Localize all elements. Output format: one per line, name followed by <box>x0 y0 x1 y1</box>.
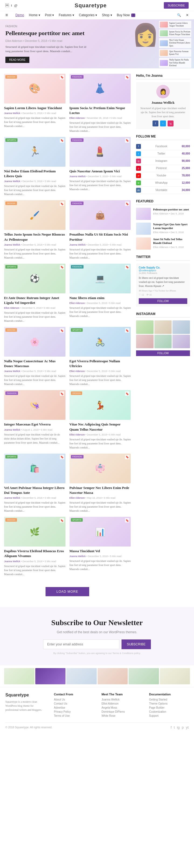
twitter-icon[interactable]: t <box>11 3 12 7</box>
post-card-2[interactable]: FASHION 🔖 👗 Ipsum Socia Ac Pretium Enim … <box>70 74 131 133</box>
facebook-icon[interactable]:  <box>5 3 9 7</box>
featured-post-side-3[interactable]: Amet Sit Nulla Sed Tellus Blandit Eleife… <box>136 238 190 250</box>
featured-post-side-1[interactable]: Pellentesque porttitor nec amet Elliot A… <box>136 208 190 220</box>
follow-row-instagram[interactable]: ig Instagram 90,000 <box>136 157 190 165</box>
footer-link-terms[interactable]: Terms of Use <box>54 714 93 717</box>
footer-brand-name[interactable]: Squaretype <box>5 693 46 698</box>
bookmark-icon-5[interactable]: 🔖 <box>60 202 64 206</box>
footer-pinterest-icon[interactable]: p <box>182 725 184 730</box>
bookmark-icon-6[interactable]: 🔖 <box>125 202 129 206</box>
newsletter-submit-button[interactable]: SUBSCRIBE <box>121 640 151 649</box>
follow-row-facebook[interactable]: f Facebook 60,000 <box>136 143 190 150</box>
nav-item-shop[interactable]: Shop ▾ <box>102 13 112 17</box>
footer-link-getting-started[interactable]: Getting Started <box>149 698 189 701</box>
post-card-12[interactable]: DESIGN 🔖 💃 Vitae Nec Adipiscing Quis Sem… <box>70 390 131 449</box>
hero-side-card-2[interactable]: Ipsum Socia Au Pretium Etiam Neque Trinc… <box>159 29 191 37</box>
tweet-retweets[interactable]: ⟳ 41 <box>147 293 152 296</box>
follow-row-youtube[interactable]: yt Youtube 78,000 <box>136 172 190 179</box>
footer-link-joanna[interactable]: Joanna Wellick <box>102 698 141 701</box>
post-card-16[interactable]: SPORTS 🔖 📊 Massa Tincidunt Vel Joanna We… <box>70 517 131 576</box>
bookmark-icon-14[interactable]: 🔖 <box>125 455 129 459</box>
post-card-6[interactable]: FASHION 🔖 👜 Penatibus Nulla Ut Sit Etiam… <box>70 200 131 259</box>
post-card-7[interactable]: SPORTS 🔖 ⚽ Et Ante Donec Rutrum Integer … <box>4 264 66 323</box>
footer-facebook-icon[interactable]: f <box>170 725 171 730</box>
footer-link-about[interactable]: About Us <box>54 698 93 701</box>
bookmark-icon-3[interactable]: 🔖 <box>60 138 64 143</box>
newsletter-email-input[interactable] <box>43 640 119 649</box>
site-title[interactable]: Squaretype <box>75 2 107 9</box>
search-icon[interactable]: 🔍 <box>177 13 181 17</box>
hero-read-more-button[interactable]: READ MORE <box>5 57 29 63</box>
hero-side-card-3[interactable]: Nisi Color Etiam Eleifend Pretium Libero… <box>159 38 191 48</box>
instagram-icon[interactable]: @ <box>14 3 17 7</box>
footer-instagram-icon[interactable]: ig <box>177 725 180 730</box>
bookmark-icon-4[interactable]: 🔖 <box>125 138 129 143</box>
footer-link-dominique[interactable]: Dominique DiPierro <box>102 710 141 713</box>
post-card-4[interactable]: FASHION 🔖 💄 Quis Nascetur Aenean Ipsum V… <box>70 137 131 196</box>
follow-row-twitter[interactable]: t Twitter 40,000 <box>136 150 190 157</box>
bookmark-icon-1[interactable]: 🔖 <box>60 75 64 80</box>
bookmark-icon-7[interactable]: 🔖 <box>60 265 64 269</box>
instagram-social-icon[interactable]: ig <box>167 121 173 126</box>
post-card-13[interactable]: SPORTS 🔖 🛍️ Vel Amet Pulvinar Massa Inte… <box>4 454 66 513</box>
post-card-5[interactable]: DESIGN 🔖 🖌️ Tellus Justo Ipsum Socis Neq… <box>4 200 66 259</box>
nav-item-categories[interactable]: Categories ▾ <box>79 13 97 17</box>
bookmark-icon-8[interactable]: 🔖 <box>125 265 129 269</box>
bookmark-icon-13[interactable]: 🔖 <box>60 455 64 459</box>
follow-row-pinterest[interactable]: p Pinterest 25,000 <box>136 165 190 172</box>
bookmark-icon-2[interactable]: 🔖 <box>125 75 129 80</box>
twitter-follow-button[interactable]: FOLLOW <box>139 298 187 304</box>
footer-link-contact[interactable]: Contact Us <box>54 702 93 705</box>
instagram-thumb-2[interactable] <box>154 320 172 334</box>
footer-link-customization[interactable]: Customization <box>149 710 189 713</box>
instagram-thumb-5[interactable] <box>154 335 172 348</box>
subscribe-button[interactable]: SUBSCRIBE <box>164 2 189 9</box>
post-card-10[interactable]: SPORTS 🔖 🚴 Eget Viverra Pellentesque Nul… <box>70 327 131 386</box>
post-card-15[interactable]: DESIGN 🔖 🌿 Dapibus Viverra Eleifend Rhon… <box>4 517 66 576</box>
post-card-3[interactable]: SPORTS 🔖 🏃 Nisi Dolor Etiam Eleifend Pre… <box>4 137 66 196</box>
footer-link-page-builder[interactable]: Page Builder <box>149 706 189 709</box>
instagram-follow-button[interactable]: FOLLOW <box>136 350 190 356</box>
footer-link-angela[interactable]: Angela Moss <box>102 706 141 709</box>
facebook-social-icon[interactable]: f <box>153 121 158 126</box>
follow-row-vkontakte[interactable]: vk Vkontakte 34,000 <box>136 187 190 194</box>
footer-link-theme-options[interactable]: Theme Options <box>149 702 189 705</box>
bookmark-icon-16[interactable]: 🔖 <box>125 518 129 523</box>
nav-item-post[interactable]: Post ▾ <box>45 13 54 17</box>
bookmark-icon-11[interactable]: 🔖 <box>60 392 64 396</box>
tweet-likes[interactable]: ♡ 12 <box>139 293 144 296</box>
featured-post-side-2[interactable]: Natoque Eget Quo Ante Sport Lorem Imperd… <box>136 223 190 235</box>
hero-side-card-5[interactable]: Nulla Sapien Sit Nulla Sed Tellus Blandi… <box>159 58 191 68</box>
post-card-14[interactable]: FASHION 🔖 👘 Pulvinar Semper Nec Libero E… <box>70 454 131 513</box>
post-card-9[interactable]: DESIGN 🔖 🌸 Nulla Neque Consectetuar Ac M… <box>4 327 66 386</box>
bookmark-icon-9[interactable]: 🔖 <box>60 328 64 333</box>
close-icon[interactable]: ✕ <box>186 13 189 17</box>
nav-item-features[interactable]: Features ▾ <box>59 13 74 17</box>
hero-side-card-1[interactable]: Sapien Lorem Libero Augue Tincidunt <box>159 21 191 28</box>
hamburger-menu[interactable]: ≡ <box>5 13 8 18</box>
nav-item-home[interactable]: Home ▾ <box>29 13 40 17</box>
footer-link-white-rose[interactable]: White Rose <box>102 714 141 717</box>
nav-item-demo[interactable]: Demo <box>15 13 24 17</box>
instagram-thumb-6[interactable] <box>172 335 190 348</box>
footer-link-advertise[interactable]: Advertise <box>54 706 93 709</box>
post-card-1[interactable]: DESIGN 🔖 🎨 Sapien Lorem Libero Augue Tin… <box>4 74 66 133</box>
footer-youtube-icon[interactable]: yt <box>186 725 189 730</box>
post-card-11[interactable]: FASHION 🔖 👒 Integer Maecenas Eget Viverr… <box>4 390 66 449</box>
footer-link-privacy[interactable]: Privacy Policy <box>54 710 93 713</box>
footer-link-elliot[interactable]: Elliot Alderson <box>102 702 141 705</box>
instagram-thumb-1[interactable] <box>136 320 154 334</box>
bookmark-icon-10[interactable]: 🔖 <box>125 328 129 333</box>
bookmark-icon-15[interactable]: 🔖 <box>60 518 64 523</box>
footer-link-support[interactable]: Support <box>149 714 189 717</box>
hero-side-card-4[interactable]: Quis Nascetur Aenean Ipsum Vici <box>159 49 191 57</box>
load-more-button[interactable]: LOAD MORE <box>45 587 89 596</box>
bookmark-icon-12[interactable]: 🔖 <box>125 392 129 396</box>
twitter-social-icon[interactable]: t <box>160 121 166 126</box>
footer-twitter-icon[interactable]: t <box>174 725 175 730</box>
post-card-8[interactable]: FASHION 🔖 💻 Nunc libero etiam enim Ellio… <box>70 264 131 323</box>
instagram-thumb-3[interactable] <box>172 320 190 334</box>
follow-row-whatsapp[interactable]: w WhatsApp 12,000 <box>136 179 190 187</box>
instagram-thumb-4[interactable] <box>136 335 154 348</box>
nav-item-buynow[interactable]: Buy Now 3 <box>117 13 135 17</box>
